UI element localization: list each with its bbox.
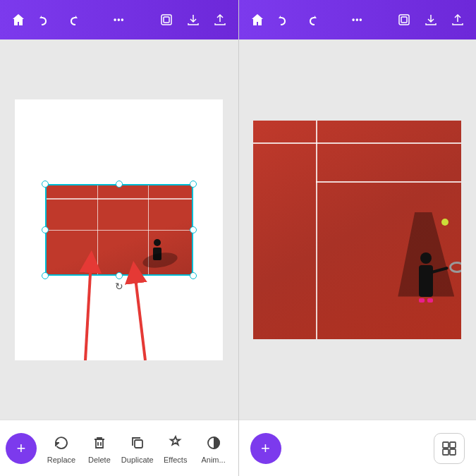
player-body-main [419,265,433,297]
handle-bottom-left[interactable] [42,272,49,279]
left-toolbar: ••• [0,0,238,39]
right-toolbar-left [248,10,321,30]
replace-tool[interactable]: Replace [42,424,80,473]
delete-label: Delete [88,456,111,464]
court-line-main [253,142,461,144]
left-canvas-area: ↻ [0,39,238,420]
handle-top-mid[interactable] [116,181,123,188]
player-head [154,239,161,246]
more-options-button[interactable]: ••• [109,10,129,30]
right-toolbar-center: ••• [348,10,367,30]
handle-mid-left[interactable] [42,226,49,233]
svg-rect-14 [450,449,456,455]
svg-rect-13 [443,449,448,455]
duplicate-label: Duplicate [121,456,154,464]
svg-rect-1 [164,17,169,23]
right-more-button[interactable]: ••• [348,10,367,30]
handle-bottom-mid[interactable] [116,272,123,279]
toolbar-center-group: ••• [109,10,129,30]
delete-icon [90,433,109,453]
player-racket-main [449,262,461,273]
toolbar-right-group [157,10,230,30]
svg-rect-12 [450,442,456,448]
right-canvas-area [239,39,477,420]
delete-tool[interactable]: Delete [80,424,118,473]
player-foot-right [427,298,433,303]
right-home-button[interactable] [248,10,267,30]
player-head-main [420,252,432,264]
duplicate-tool[interactable]: Duplicate [118,424,157,473]
handle-mid-right[interactable] [190,226,197,233]
left-panel: ••• [0,0,238,476]
grid-view-button[interactable] [434,433,465,464]
effects-tool[interactable]: Effects [157,424,195,473]
replace-label: Replace [47,456,75,464]
effects-icon [166,433,185,453]
right-toolbar: ••• [239,0,477,39]
court-line [97,185,99,274]
rotate-handle[interactable]: ↻ [112,279,126,293]
court-line [47,198,192,200]
tennis-ball [441,219,448,226]
selected-image-container[interactable]: ↻ [45,184,193,276]
duplicate-icon [128,433,147,453]
court-line-main [316,121,317,339]
left-bottom-toolbar: + Replace Delete [0,420,238,476]
effects-label: Effects [164,456,187,464]
right-toolbar-right [394,10,468,30]
svg-rect-10 [401,17,407,23]
layers-button[interactable] [157,10,176,30]
player-shadow-small [141,250,178,269]
download-button[interactable] [183,10,203,30]
toolbar-left-group [8,10,82,30]
replace-icon [51,433,71,453]
svg-line-4 [135,272,145,360]
svg-rect-7 [135,440,142,448]
main-player [419,265,433,297]
right-download-button[interactable] [421,10,441,30]
left-canvas: ↻ [15,99,223,360]
svg-rect-0 [161,15,171,25]
share-button[interactable] [210,10,230,30]
main-tennis-image [253,121,461,339]
selected-tennis-image[interactable] [45,184,193,276]
right-redo-button[interactable] [301,10,321,30]
animate-tool[interactable]: Anim... [195,424,233,473]
handle-top-left[interactable] [42,181,49,188]
right-panel: ••• [239,0,477,476]
animate-label: Anim... [201,456,225,464]
court-line-main [316,181,462,183]
right-layers-button[interactable] [394,10,414,30]
add-fab-button-right[interactable]: + [250,433,281,464]
home-button[interactable] [8,10,28,30]
court-line [47,230,192,231]
player-foot-left [419,298,425,303]
svg-rect-9 [399,15,409,25]
court-background [47,185,192,274]
right-bottom-toolbar: + [239,420,477,476]
main-court-background [253,121,461,339]
add-fab-button-left[interactable]: + [6,433,37,464]
svg-rect-11 [443,442,448,448]
handle-bottom-right[interactable] [190,272,197,279]
right-share-button[interactable] [448,10,468,30]
svg-line-3 [85,262,91,360]
handle-top-right[interactable] [190,181,197,188]
redo-button[interactable] [62,10,82,30]
undo-button[interactable] [35,10,55,30]
right-undo-button[interactable] [274,10,294,30]
animate-icon [204,433,224,453]
